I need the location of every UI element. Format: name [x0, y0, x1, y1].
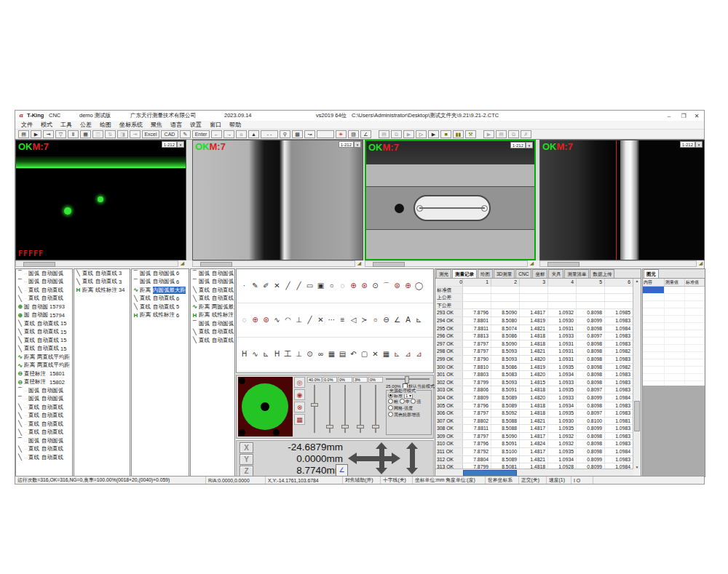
palette-tool-icon[interactable]: ◠: [282, 316, 293, 324]
camera2-hscrollbar[interactable]: [192, 260, 355, 267]
table-row[interactable]: 294 OK7.88018.50801.48191.09300.80991.09…: [435, 317, 633, 325]
radio-row[interactable]: 网格-强度: [388, 405, 430, 412]
palette-tool-icon[interactable]: ◁: [348, 316, 359, 324]
toolbar-button-icon[interactable]: ⧉: [508, 130, 519, 138]
camera-view-1[interactable]: OKM:7 1-212▾ FFFFF: [15, 140, 186, 260]
toolbar-button-icon[interactable]: ∠: [360, 130, 371, 138]
list-item[interactable]: ╲直线自动直线5: [191, 286, 234, 295]
palette-tool-icon[interactable]: ◌: [239, 316, 250, 324]
table-row[interactable]: 303 OK7.88068.50911.48181.09350.80971.09…: [435, 386, 633, 394]
toolbar-button-icon[interactable]: - -: [261, 130, 278, 138]
title-bar[interactable]: α T-King CNC demo 测试版 广东天行测量技术有限公司 2023.…: [15, 111, 704, 121]
toolbar-button-icon[interactable]: CAD: [161, 130, 178, 138]
list-item[interactable]: ∿距离内圆弧最大距: [132, 286, 189, 295]
camera4-grip-icon[interactable]: ◢: [697, 260, 705, 267]
menu-item[interactable]: 工具: [60, 121, 72, 129]
list-item[interactable]: H距离线性标注55: [191, 311, 234, 320]
toolbar-button-icon[interactable]: ▶: [428, 130, 439, 138]
toolbar-button-icon[interactable]: ▶: [483, 130, 494, 138]
tab-item[interactable]: 3D测量: [494, 269, 515, 278]
palette-tool-icon[interactable]: ▦: [326, 351, 337, 358]
fig-row[interactable]: [643, 374, 705, 381]
toolbar-button-icon[interactable]: [317, 130, 334, 138]
table-row[interactable]: 293 OK7.87968.50901.48171.09320.80981.09…: [435, 309, 633, 317]
light-slider-thumb[interactable]: [326, 425, 333, 428]
palette-tool-icon[interactable]: ◯: [414, 282, 424, 290]
jog-vertical-icon[interactable]: [379, 449, 384, 468]
table-row[interactable]: 305 OK7.87968.50891.48181.09340.80981.09…: [435, 402, 633, 410]
list-item[interactable]: ╲···直线自动直线: [16, 445, 72, 454]
list-item[interactable]: ╲直线自动直线5: [191, 295, 234, 303]
table-row[interactable]: 302 OK7.87998.50931.48151.09330.80981.09…: [435, 379, 633, 387]
menu-item[interactable]: 帮助: [229, 121, 241, 129]
table-row[interactable]: 306 OK7.87978.50921.48181.09350.80971.09…: [435, 410, 633, 418]
y-axis-zero-button[interactable]: Y: [240, 454, 253, 465]
list-item[interactable]: ╲···直线自动直线: [16, 286, 72, 295]
menu-item[interactable]: 窗口: [210, 121, 221, 129]
zoom-slider-thumb[interactable]: [405, 376, 409, 383]
list-item[interactable]: ⊖直径标注15801: [16, 370, 72, 378]
light-slider[interactable]: 40.0%: [307, 377, 322, 438]
table-row[interactable]: 300 OK7.88108.50861.48191.09350.80981.09…: [435, 364, 633, 372]
radio-icon[interactable]: [411, 399, 416, 404]
maximize-button[interactable]: ❐: [678, 112, 689, 120]
toolbar-button-icon[interactable]: ◨: [117, 130, 128, 138]
toolbar-button-icon[interactable]: ⇅: [105, 130, 116, 138]
close-button[interactable]: ✕: [691, 112, 703, 120]
palette-tool-icon[interactable]: ∿: [250, 351, 261, 358]
palette-tool-icon[interactable]: ⊙: [370, 282, 381, 290]
jog-diagonal-button[interactable]: ∠: [336, 464, 348, 477]
toolbar-button-icon[interactable]: ▷: [416, 130, 427, 138]
list-item[interactable]: ⊕圆自动圆15793: [16, 303, 72, 311]
table-row[interactable]: 308 OK7.88118.50881.48171.09350.80991.09…: [435, 425, 633, 433]
palette-tool-icon[interactable]: ✕: [370, 351, 381, 358]
camera2-grip-icon[interactable]: ◢: [355, 260, 363, 267]
palette-tool-icon[interactable]: ⌒: [381, 282, 392, 290]
table-row[interactable]: 301 OK7.88038.50831.48201.09340.80981.09…: [435, 371, 633, 379]
toolbar-button-icon[interactable]: ▩: [292, 130, 303, 138]
list-item[interactable]: ⌒圆弧自动圆弧6: [132, 278, 189, 287]
minimize-button[interactable]: –: [663, 112, 675, 120]
ring-segment-icon[interactable]: ▦: [294, 414, 305, 425]
menu-item[interactable]: 模式: [41, 121, 52, 129]
tab-item[interactable]: 绘图: [478, 269, 493, 278]
palette-tool-icon[interactable]: ≻: [359, 316, 370, 324]
tab-item[interactable]: 数据上传: [590, 269, 614, 278]
zoom-slider[interactable]: [386, 378, 430, 380]
palette-tool-icon[interactable]: ⊾: [392, 351, 403, 358]
list-item[interactable]: ∿距离两直线平均距: [16, 353, 72, 362]
light-slider-thumb[interactable]: [311, 403, 318, 407]
camera-selector[interactable]: 1-212▾: [339, 141, 361, 148]
fig-row[interactable]: [643, 367, 705, 374]
radio-row[interactable]: 黑色轮廓增强: [388, 412, 430, 418]
palette-tool-icon[interactable]: ⊥: [293, 316, 304, 324]
palette-tool-icon[interactable]: ⊜: [392, 282, 403, 290]
list-item[interactable]: ⌒圆弧自动圆弧5: [191, 269, 234, 278]
jog-horizontal-icon[interactable]: [357, 456, 392, 461]
list-item[interactable]: ╲直线自动直线3: [74, 269, 130, 278]
palette-tool-icon[interactable]: ⊾: [261, 351, 272, 358]
camera-view-3-selected[interactable]: OKM:7 1-212▾: [365, 140, 536, 260]
palette-tool-icon[interactable]: ≡: [337, 316, 348, 324]
toolbar-button-icon[interactable]: ▨: [348, 130, 359, 138]
table-special-row[interactable]: 上公差: [435, 294, 633, 302]
palette-tool-icon[interactable]: ∞: [315, 351, 326, 358]
tab-selected[interactable]: 测量记录: [452, 269, 477, 278]
palette-tool-icon[interactable]: ╱: [293, 282, 304, 290]
list-item[interactable]: ⌒···圆弧自动圆弧: [16, 437, 72, 445]
list-item[interactable]: ╲直线自动直线5: [191, 328, 234, 337]
palette-tool-icon[interactable]: ·: [239, 282, 250, 290]
list-item[interactable]: ╲···直线自动直线: [16, 428, 72, 437]
palette-tool-icon[interactable]: ✎: [250, 282, 261, 290]
table-row[interactable]: 311 OK7.87928.51001.48171.09350.80981.09…: [435, 448, 633, 456]
palette-tool-icon[interactable]: ▢: [359, 351, 370, 358]
table-row[interactable]: 298 OK7.87978.50931.48211.09310.80981.09…: [435, 348, 633, 356]
tab-item[interactable]: CNC: [515, 269, 531, 278]
list-item[interactable]: ╲···直线自动直线: [16, 295, 72, 303]
toolbar-button-icon[interactable]: ▤: [379, 130, 389, 138]
toolbar-button-icon[interactable]: ▽: [55, 130, 66, 138]
menu-item[interactable]: 公差: [80, 121, 92, 129]
table-row[interactable]: 297 OK7.87978.50901.48181.09310.80981.09…: [435, 340, 633, 348]
jog-z-icon[interactable]: [410, 449, 415, 468]
camera-view-4[interactable]: OKM:7 1-212▾: [539, 140, 705, 260]
